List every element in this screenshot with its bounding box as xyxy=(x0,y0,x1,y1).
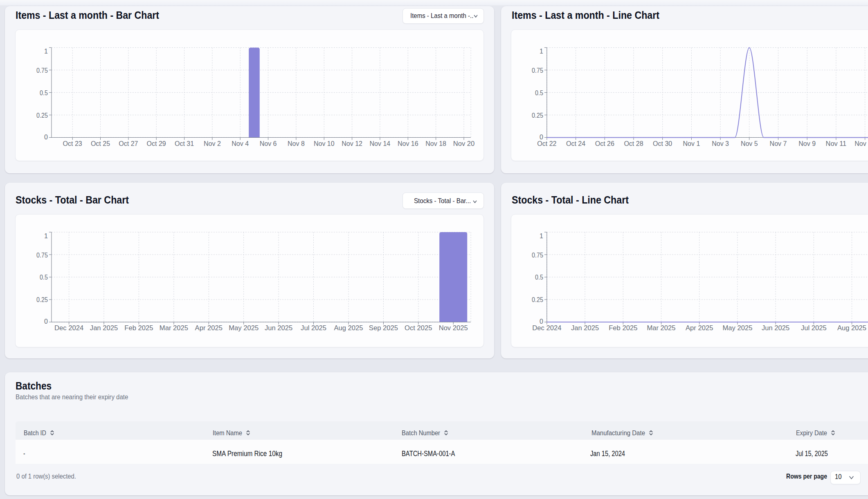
svg-text:0.75: 0.75 xyxy=(532,251,543,259)
svg-text:Nov 20: Nov 20 xyxy=(453,140,475,148)
svg-text:Nov 5: Nov 5 xyxy=(741,140,758,148)
svg-text:1: 1 xyxy=(44,47,48,55)
svg-text:Nov 7: Nov 7 xyxy=(770,140,787,148)
svg-text:Apr 2025: Apr 2025 xyxy=(195,324,223,332)
svg-text:Jul 2025: Jul 2025 xyxy=(801,324,827,332)
svg-text:0.5: 0.5 xyxy=(40,89,48,97)
svg-text:Dec 2024: Dec 2024 xyxy=(532,324,561,332)
svg-text:Oct 26: Oct 26 xyxy=(595,140,614,148)
svg-text:Jan 2025: Jan 2025 xyxy=(90,324,118,332)
svg-text:Mar 2025: Mar 2025 xyxy=(160,324,188,332)
svg-text:Nov 2: Nov 2 xyxy=(204,140,221,148)
svg-text:1: 1 xyxy=(540,47,543,55)
svg-text:Feb 2025: Feb 2025 xyxy=(609,324,637,332)
svg-text:Aug 2025: Aug 2025 xyxy=(334,324,363,332)
svg-text:Nov 14: Nov 14 xyxy=(370,140,391,148)
svg-text:Nov 13: Nov 13 xyxy=(855,140,868,148)
svg-text:Nov 4: Nov 4 xyxy=(232,140,249,148)
svg-text:Nov 9: Nov 9 xyxy=(798,140,816,148)
svg-text:Feb 2025: Feb 2025 xyxy=(124,324,153,332)
svg-text:0.5: 0.5 xyxy=(40,273,48,281)
svg-text:Sep 2025: Sep 2025 xyxy=(369,324,398,332)
svg-text:Nov 10: Nov 10 xyxy=(314,140,335,148)
svg-text:Oct 29: Oct 29 xyxy=(147,140,166,148)
svg-text:Mar 2025: Mar 2025 xyxy=(647,324,675,332)
svg-text:Nov 8: Nov 8 xyxy=(288,140,305,148)
svg-text:Oct 28: Oct 28 xyxy=(624,140,643,148)
svg-text:Aug 2025: Aug 2025 xyxy=(837,324,866,332)
svg-text:Oct 27: Oct 27 xyxy=(119,140,138,148)
svg-text:Dec 2024: Dec 2024 xyxy=(54,324,83,332)
svg-text:0.25: 0.25 xyxy=(532,112,543,119)
svg-text:0.5: 0.5 xyxy=(535,273,543,281)
svg-text:Apr 2025: Apr 2025 xyxy=(686,324,713,332)
svg-text:0.25: 0.25 xyxy=(36,296,48,304)
svg-text:Nov 11: Nov 11 xyxy=(826,140,847,148)
svg-text:May 2025: May 2025 xyxy=(229,324,259,332)
svg-text:Nov 2025: Nov 2025 xyxy=(439,324,468,332)
svg-text:Nov 18: Nov 18 xyxy=(425,140,446,148)
svg-text:Nov 16: Nov 16 xyxy=(398,140,418,148)
svg-text:1: 1 xyxy=(540,232,543,240)
svg-text:0.25: 0.25 xyxy=(36,112,48,119)
svg-text:0.25: 0.25 xyxy=(532,296,543,304)
svg-text:Nov 12: Nov 12 xyxy=(342,140,362,148)
svg-text:May 2025: May 2025 xyxy=(722,324,752,332)
svg-text:1: 1 xyxy=(44,232,48,240)
svg-text:Jan 2025: Jan 2025 xyxy=(571,324,599,332)
svg-text:Oct 23: Oct 23 xyxy=(63,140,82,148)
svg-text:0.75: 0.75 xyxy=(36,251,48,259)
svg-text:Oct 2025: Oct 2025 xyxy=(405,324,432,332)
svg-text:Oct 30: Oct 30 xyxy=(653,140,672,148)
svg-text:Nov 1: Nov 1 xyxy=(683,140,700,148)
svg-text:0.75: 0.75 xyxy=(532,67,543,74)
svg-text:0.75: 0.75 xyxy=(36,67,48,74)
svg-text:Oct 31: Oct 31 xyxy=(175,140,194,148)
svg-text:Oct 24: Oct 24 xyxy=(566,140,585,148)
svg-text:Jun 2025: Jun 2025 xyxy=(265,324,292,332)
svg-text:0.5: 0.5 xyxy=(535,89,543,97)
svg-text:Oct 25: Oct 25 xyxy=(91,140,110,148)
svg-text:Nov 3: Nov 3 xyxy=(712,140,729,148)
svg-text:0: 0 xyxy=(44,318,48,325)
svg-text:Oct 22: Oct 22 xyxy=(537,140,556,148)
svg-text:Nov 6: Nov 6 xyxy=(260,140,277,148)
svg-text:Jul 2025: Jul 2025 xyxy=(301,324,326,332)
svg-text:Jun 2025: Jun 2025 xyxy=(762,324,789,332)
svg-text:0: 0 xyxy=(44,133,48,141)
